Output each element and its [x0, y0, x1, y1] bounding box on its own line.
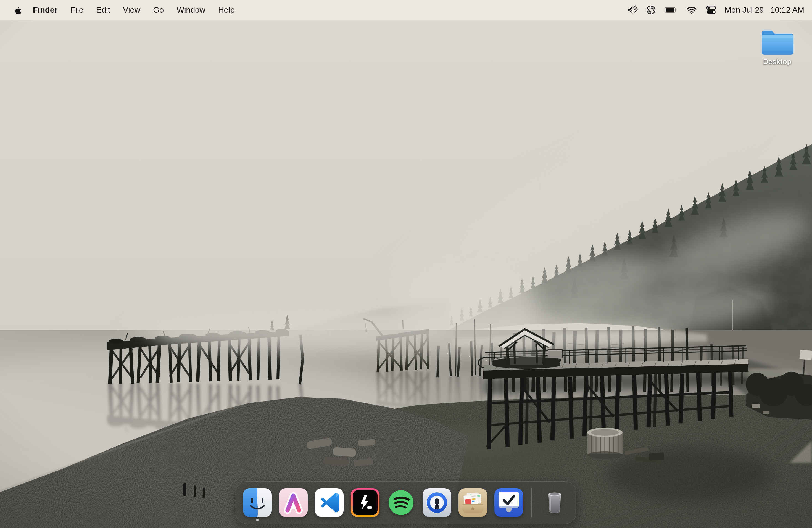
menu-bar-left: Finder File Edit View Go Window Help: [0, 0, 241, 20]
dock-item-spotify[interactable]: [387, 488, 416, 517]
apple-logo-icon: [14, 5, 21, 14]
dock: [236, 481, 576, 524]
desktop-folder-label: Desktop: [763, 57, 792, 66]
dock-item-1password[interactable]: [423, 488, 451, 517]
dock-item-vscode[interactable]: [315, 488, 344, 517]
wifi-icon[interactable]: [682, 0, 701, 20]
spotify-app-icon: [387, 488, 416, 517]
things-app-icon: [494, 488, 523, 517]
dock-item-card-archive[interactable]: [459, 488, 487, 517]
menu-window[interactable]: Window: [170, 0, 212, 20]
menu-finder[interactable]: Finder: [27, 0, 64, 20]
desktop-wallpaper: [0, 0, 812, 528]
dock-item-trash[interactable]: [540, 488, 569, 517]
1password-app-icon: [423, 488, 451, 517]
shutter-icon[interactable]: [642, 0, 660, 20]
clock-time: 10:12 AM: [770, 5, 804, 15]
dock-item-finder[interactable]: [243, 488, 272, 517]
menu-help[interactable]: Help: [212, 0, 241, 20]
dock-item-warp[interactable]: [351, 488, 379, 517]
menu-view[interactable]: View: [117, 0, 147, 20]
vscode-app-icon: [315, 488, 344, 517]
arc-browser-app-icon: [279, 488, 308, 517]
warp-terminal-app-icon: [351, 488, 379, 517]
volume-muted-icon[interactable]: [622, 0, 642, 20]
control-center-icon[interactable]: [701, 0, 721, 20]
menu-bar: Finder File Edit View Go Window Help: [0, 0, 812, 20]
desktop-folder[interactable]: Desktop: [757, 28, 797, 66]
dock-item-things[interactable]: [494, 488, 523, 517]
clock-date: Mon Jul 29: [725, 5, 764, 15]
running-indicator: [256, 519, 259, 521]
macos-desktop: Finder File Edit View Go Window Help: [0, 0, 812, 528]
finder-app-icon: [243, 488, 272, 517]
folder-icon: [760, 28, 794, 56]
card-archive-app-icon: [459, 488, 487, 517]
menu-edit[interactable]: Edit: [90, 0, 117, 20]
menu-clock[interactable]: Mon Jul 29 10:12 AM: [725, 5, 804, 15]
apple-menu[interactable]: [11, 0, 24, 20]
menu-go[interactable]: Go: [147, 0, 170, 20]
dock-separator: [532, 488, 532, 517]
battery-icon[interactable]: [660, 0, 682, 20]
trash-icon: [540, 488, 569, 517]
menu-bar-status: Mon Jul 29 10:12 AM: [622, 0, 812, 20]
dock-item-arc[interactable]: [279, 488, 308, 517]
menu-file[interactable]: File: [64, 0, 90, 20]
